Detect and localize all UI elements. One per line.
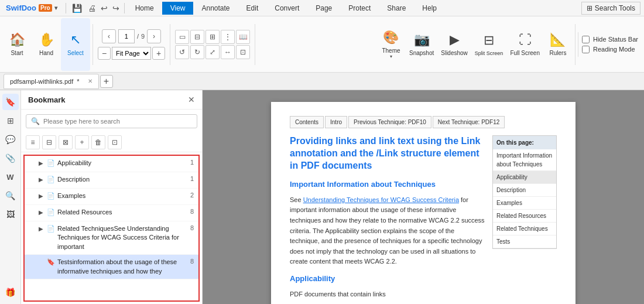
add-tab-btn[interactable]: + (100, 75, 113, 88)
pdf-tab-next[interactable]: Next Technique: PDF12 (433, 116, 505, 128)
bm-icon-applicability: 📄 (47, 159, 55, 167)
bm-page-examples: 2 (190, 192, 194, 199)
bookmark-item-examples[interactable]: ▶ 📄 Examples 2 (25, 189, 198, 205)
menu-convert[interactable]: Convert (266, 2, 307, 15)
view-scroll-icon[interactable]: ⊞ (205, 30, 220, 44)
view-spread-icon[interactable]: ⋮ (221, 30, 235, 44)
tab-close-btn[interactable]: ✕ (88, 78, 93, 84)
theme-tool[interactable]: 🎨 Theme ▾ (376, 18, 406, 71)
zoom-out-btn[interactable]: − (98, 47, 111, 60)
hand-tool[interactable]: ✋ Hand (32, 18, 61, 71)
view-width-icon[interactable]: ↔ (221, 45, 235, 59)
sidebar-search-btn[interactable]: 🔍 (2, 187, 19, 204)
snapshot-tool[interactable]: 📷 Snapshot (406, 18, 437, 71)
menu-view[interactable]: View (162, 2, 194, 15)
app-name-swif: SwifDoo (6, 4, 36, 12)
bookmark-expand-btn[interactable]: ≡ (26, 135, 40, 149)
full-screen-tool[interactable]: ⛶ Full Screen (506, 18, 543, 71)
slideshow-tool[interactable]: ▶ Slideshow (437, 18, 471, 71)
select-tool[interactable]: ↖ Select (61, 18, 90, 71)
bookmark-search-box[interactable]: 🔍 (26, 114, 197, 128)
view-extra-icon[interactable]: ⊡ (236, 45, 250, 59)
right-toolbar: 🎨 Theme ▾ 📷 Snapshot ▶ Slideshow ⊟ Split… (376, 18, 642, 71)
sep2 (170, 24, 170, 65)
view-single-icon[interactable]: ▭ (175, 30, 189, 44)
prev-page-btn[interactable]: ‹ (102, 29, 116, 43)
sidebar-grid-btn[interactable]: ⊞ (2, 112, 19, 129)
app-dropdown-icon[interactable]: ▾ (54, 5, 57, 11)
menu-help[interactable]: Help (414, 2, 445, 15)
menu-home[interactable]: Home (127, 2, 162, 15)
pdf-sidebar-item-description[interactable]: Description (493, 184, 556, 197)
split-screen-tool[interactable]: ⊟ Split Screen (471, 18, 507, 71)
menu-edit[interactable]: Edit (238, 2, 267, 15)
bm-icon-related-resources: 📄 (47, 208, 55, 216)
reading-mode-option[interactable]: Reading Mode (582, 46, 638, 53)
menu-bar: SwifDoo Pro ▾ 💾 🖨 ↩ ↪ Home View Annotate… (0, 0, 644, 16)
bookmark-more-btn[interactable]: ⊡ (108, 135, 122, 149)
pdf-sidebar-item-applicability[interactable]: Applicability (493, 171, 556, 184)
next-page-btn[interactable]: › (147, 29, 161, 43)
bookmark-add-btn[interactable]: + (75, 135, 89, 149)
redo-icon[interactable]: ↪ (112, 4, 119, 13)
zoom-select[interactable]: Fit Page (112, 47, 151, 60)
hide-status-bar-option[interactable]: Hide Status Bar (582, 36, 638, 43)
bookmark-item-applicability[interactable]: ▶ 📄 Applicability 1 (25, 156, 198, 172)
bookmark-delete-btn[interactable]: 🗑 (91, 135, 105, 149)
view-book-icon[interactable]: 📖 (236, 30, 250, 44)
pdf-sidebar-item-important[interactable]: Important Information about Techniques (493, 149, 556, 171)
undo-icon[interactable]: ↩ (101, 4, 108, 13)
bookmark-item-related-techniques[interactable]: ▶ 📄 Related TechniquesSee Understanding … (25, 221, 198, 255)
sidebar-comment-btn[interactable]: 💬 (2, 131, 19, 148)
pdf-sidebar-item-related-resources[interactable]: Related Resources (493, 210, 556, 223)
pdf-wcag-link[interactable]: Understanding Techniques for WCAG Succes… (303, 196, 459, 203)
bm-text-examples: Examples (57, 192, 188, 200)
bookmark-panel-close-btn[interactable]: ✕ (188, 95, 195, 104)
print-icon[interactable]: 🖨 (88, 4, 96, 13)
menu-annotate[interactable]: Annotate (193, 2, 238, 15)
hide-status-bar-checkbox[interactable] (582, 36, 590, 43)
bookmark-collapse-btn[interactable]: ⊠ (59, 135, 73, 149)
rotate-ccw-icon[interactable]: ↺ (175, 45, 189, 59)
save-icon[interactable]: 💾 (72, 4, 82, 13)
bookmark-item-tests[interactable]: 🔖 Testsinformation about the usage of th… (25, 255, 198, 279)
zoom-in-btn[interactable]: + (152, 47, 165, 60)
view-fit-icon[interactable]: ⤢ (205, 45, 220, 59)
sidebar-gift-btn[interactable]: 🎁 (2, 284, 19, 300)
app-logo[interactable]: SwifDoo Pro ▾ (0, 4, 63, 12)
pdf-tab[interactable]: pdfsampl-withlinks.pdf * ✕ (4, 74, 99, 89)
page-number-input[interactable] (118, 29, 135, 43)
menu-page[interactable]: Page (307, 2, 340, 15)
search-tools-area[interactable]: ⊞ Search Tools (581, 2, 640, 15)
view-double-icon[interactable]: ⊟ (190, 30, 204, 44)
pdf-sidebar-item-tests[interactable]: Tests (493, 235, 556, 248)
pdf-sidebar-item-examples[interactable]: Examples (493, 197, 556, 210)
menu-share[interactable]: Share (379, 2, 414, 15)
bookmark-search-input[interactable] (43, 118, 192, 125)
bookmark-collapse-all-btn[interactable]: ⊟ (42, 135, 56, 149)
bm-text-related-resources: Related Resources (57, 208, 188, 217)
pdf-sidebar-item-related-techniques[interactable]: Related Techniques (493, 223, 556, 235)
bookmark-item-related-resources[interactable]: ▶ 📄 Related Resources 8 (25, 205, 198, 221)
pdf-tab-contents[interactable]: Contents (290, 116, 324, 128)
rulers-tool[interactable]: 📐 Rulers (543, 18, 573, 71)
hand-label: Hand (39, 50, 53, 56)
reading-mode-checkbox[interactable] (582, 46, 590, 53)
menu-protect[interactable]: Protect (340, 2, 379, 15)
sidebar-bookmark-btn[interactable]: 🔖 (2, 94, 19, 110)
bm-icon-examples: 📄 (47, 192, 55, 200)
bm-page-tests: 8 (190, 258, 194, 265)
rotate-cw-icon[interactable]: ↻ (190, 45, 204, 59)
pdf-tab-prev[interactable]: Previous Technique: PDF10 (348, 116, 431, 128)
sidebar-word-btn[interactable]: W (2, 169, 19, 185)
pdf-tab-intro[interactable]: Intro (325, 116, 347, 128)
split-screen-label: Split Screen (475, 50, 503, 56)
start-tool[interactable]: 🏠 Start (2, 18, 32, 71)
bookmark-item-description[interactable]: ▶ 📄 Description 1 (25, 172, 198, 189)
bm-page-related-techniques: 8 (190, 224, 194, 231)
sidebar-image-btn[interactable]: 🖼 (2, 206, 19, 223)
bm-text-description: Description (57, 175, 188, 184)
start-label: Start (11, 50, 23, 56)
bm-text-related-techniques: Related TechniquesSee Understanding Tech… (57, 224, 188, 251)
sidebar-attachment-btn[interactable]: 📎 (2, 150, 19, 166)
